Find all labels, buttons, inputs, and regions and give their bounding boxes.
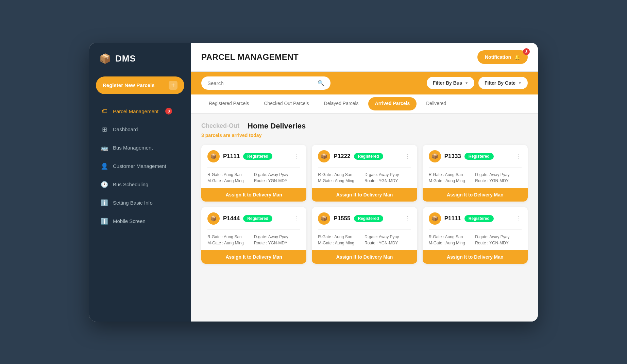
assign-delivery-man-button[interactable]: Assign It to Delivery Man bbox=[312, 250, 417, 264]
status-badge: Registered bbox=[464, 153, 494, 160]
card-header-left: 📦 P1555 Registered bbox=[318, 212, 383, 225]
d-gate-label: D-gate: Away Pyay bbox=[254, 235, 301, 239]
notification-badge: 3 bbox=[523, 48, 530, 55]
card-header-left: 📦 P1111 Registered bbox=[207, 150, 272, 162]
register-new-parcels-button[interactable]: Register New Parcels + bbox=[96, 76, 184, 94]
card-header: 📦 P1444 Registered ⋮ bbox=[207, 212, 300, 225]
parcel-management-badge: 3 bbox=[165, 108, 172, 115]
status-badge: Registered bbox=[243, 153, 272, 160]
section-header: Checked-Out Home Deliveries bbox=[201, 122, 528, 131]
plus-icon: + bbox=[169, 81, 177, 90]
tab-arrived-parcels[interactable]: Arrived Parcels bbox=[368, 97, 417, 110]
sidebar-item-bus-management[interactable]: 🚌 Bus Management bbox=[96, 140, 184, 156]
sidebar-item-label: Bus Scheduling bbox=[113, 181, 148, 187]
parcels-info: 3 parcels are arrived today bbox=[201, 133, 528, 138]
app-container: 📦 DMS Register New Parcels + 🏷 Parcel Ma… bbox=[89, 43, 538, 322]
more-options-icon[interactable]: ⋮ bbox=[515, 153, 522, 160]
more-options-icon[interactable]: ⋮ bbox=[405, 153, 411, 160]
parcel-card: 📦 P1222 Registered ⋮ R-Gate : Aung San D… bbox=[312, 145, 417, 202]
card-info: R-Gate : Aung San D-gate: Away Pyay M-Ga… bbox=[318, 172, 411, 183]
parcel-id: P1222 bbox=[334, 153, 350, 160]
notification-bell-icon: 🔔 bbox=[514, 54, 520, 60]
chevron-down-icon: ▼ bbox=[465, 81, 468, 85]
divider bbox=[318, 167, 411, 168]
route-label: Route : YGN-MDY bbox=[254, 178, 301, 183]
assign-delivery-man-button[interactable]: Assign It to Delivery Man bbox=[423, 188, 528, 202]
r-gate-label: R-Gate : Aung San bbox=[429, 172, 475, 177]
card-info: R-Gate : Aung San D-gate: Away Pyay M-Ga… bbox=[207, 235, 300, 245]
status-badge: Registered bbox=[464, 215, 494, 222]
more-options-icon[interactable]: ⋮ bbox=[405, 215, 411, 222]
card-header: 📦 P1333 Registered ⋮ bbox=[429, 150, 522, 162]
sidebar-item-mobile-screen[interactable]: ℹ️ Mobile Screen bbox=[96, 213, 184, 229]
notification-button[interactable]: Notification 🔔 3 bbox=[477, 50, 528, 64]
parcel-id: P1555 bbox=[334, 215, 350, 222]
filter-by-bus-button[interactable]: Filter By Bus ▼ bbox=[427, 77, 474, 89]
sidebar-item-label: Bus Management bbox=[113, 145, 153, 151]
card-header: 📦 P1555 Registered ⋮ bbox=[318, 212, 411, 225]
sidebar-item-label: Customer Management bbox=[113, 163, 166, 169]
setting-basic-info-icon: ℹ️ bbox=[101, 199, 108, 207]
search-input[interactable] bbox=[207, 80, 314, 86]
parcel-card: 📦 P1111 Registered ⋮ R-Gate : Aung San D… bbox=[423, 207, 528, 264]
checked-out-label: Checked-Out bbox=[201, 122, 239, 129]
parcel-avatar: 📦 bbox=[318, 150, 330, 162]
home-deliveries-label: Home Deliveries bbox=[248, 122, 306, 131]
filter-by-bus-label: Filter By Bus bbox=[433, 80, 462, 86]
filter-group: Filter By Bus ▼ Filter By Gate ▼ bbox=[427, 77, 528, 89]
bus-scheduling-icon: 🕐 bbox=[101, 181, 108, 188]
assign-delivery-man-button[interactable]: Assign It to Delivery Man bbox=[201, 188, 306, 202]
sidebar-item-dashboard[interactable]: ⊞ Dashboard bbox=[96, 122, 184, 137]
assign-delivery-man-button[interactable]: Assign It to Delivery Man bbox=[201, 250, 306, 264]
card-header-left: 📦 P1444 Registered bbox=[207, 212, 272, 225]
tab-checked-out-parcels[interactable]: Checked Out Parcels bbox=[256, 94, 316, 113]
r-gate-label: R-Gate : Aung San bbox=[318, 172, 365, 177]
sidebar-item-bus-scheduling[interactable]: 🕐 Bus Scheduling bbox=[96, 177, 184, 192]
search-input-wrap[interactable]: 🔍 bbox=[201, 76, 331, 90]
parcel-management-icon: 🏷 bbox=[101, 108, 108, 115]
d-gate-label: D-gate: Away Pyay bbox=[254, 172, 301, 177]
filter-by-gate-button[interactable]: Filter By Gate ▼ bbox=[478, 77, 528, 89]
m-gate-label: M-Gate : Aung Ming bbox=[318, 178, 365, 183]
parcel-id: P1111 bbox=[223, 153, 240, 160]
more-options-icon[interactable]: ⋮ bbox=[294, 215, 300, 222]
r-gate-label: R-Gate : Aung San bbox=[429, 235, 475, 239]
tab-delivered[interactable]: Delivered bbox=[419, 94, 454, 113]
route-label: Route : YGN-MDY bbox=[254, 241, 301, 245]
search-bar: 🔍 Filter By Bus ▼ Filter By Gate ▼ bbox=[191, 72, 538, 94]
filter-by-gate-label: Filter By Gate bbox=[485, 80, 515, 86]
card-info: R-Gate : Aung San D-gate: Away Pyay M-Ga… bbox=[318, 235, 411, 245]
divider bbox=[207, 229, 300, 230]
divider bbox=[429, 167, 522, 168]
sidebar-item-customer-management[interactable]: 👤 Customer Management bbox=[96, 158, 184, 174]
register-btn-label: Register New Parcels bbox=[103, 82, 155, 88]
parcels-count: 3 parcels bbox=[201, 133, 222, 138]
more-options-icon[interactable]: ⋮ bbox=[515, 215, 522, 222]
main-content: PARCEL MANAGEMENT Notification 🔔 3 🔍 Fil… bbox=[191, 43, 538, 322]
d-gate-label: D-gate: Away Pyay bbox=[365, 235, 411, 239]
parcel-id: P1111 bbox=[444, 215, 461, 222]
divider bbox=[207, 167, 300, 168]
assign-delivery-man-button[interactable]: Assign It to Delivery Man bbox=[312, 188, 417, 202]
more-options-icon[interactable]: ⋮ bbox=[294, 153, 300, 160]
sidebar: 📦 DMS Register New Parcels + 🏷 Parcel Ma… bbox=[89, 43, 191, 322]
logo-text: DMS bbox=[115, 53, 136, 64]
sidebar-item-parcel-management[interactable]: 🏷 Parcel Management 3 bbox=[96, 104, 184, 119]
assign-delivery-man-button[interactable]: Assign It to Delivery Man bbox=[423, 250, 528, 264]
logo: 📦 DMS bbox=[96, 53, 184, 64]
card-header-left: 📦 P1333 Registered bbox=[429, 150, 494, 162]
tab-registered-parcels[interactable]: Registered Parcels bbox=[201, 94, 256, 113]
dashboard-icon: ⊞ bbox=[101, 126, 108, 133]
card-header: 📦 P1111 Registered ⋮ bbox=[207, 150, 300, 162]
search-icon: 🔍 bbox=[318, 80, 324, 86]
parcel-card: 📦 P1333 Registered ⋮ R-Gate : Aung San D… bbox=[423, 145, 528, 202]
card-info: R-Gate : Aung San D-gate: Away Pyay M-Ga… bbox=[207, 172, 300, 183]
card-info: R-Gate : Aung San D-gate: Away Pyay M-Ga… bbox=[429, 235, 522, 245]
sidebar-item-label: Dashboard bbox=[113, 126, 138, 132]
sidebar-item-setting-basic-info[interactable]: ℹ️ Setting Basic Info bbox=[96, 195, 184, 211]
page-title: PARCEL MANAGEMENT bbox=[201, 52, 299, 62]
route-label: Route : YGN-MDY bbox=[365, 241, 411, 245]
parcel-id: P1333 bbox=[444, 153, 461, 160]
m-gate-label: M-Gate : Aung Ming bbox=[318, 241, 365, 245]
tab-delayed-parcels[interactable]: Delayed Parcels bbox=[317, 94, 366, 113]
